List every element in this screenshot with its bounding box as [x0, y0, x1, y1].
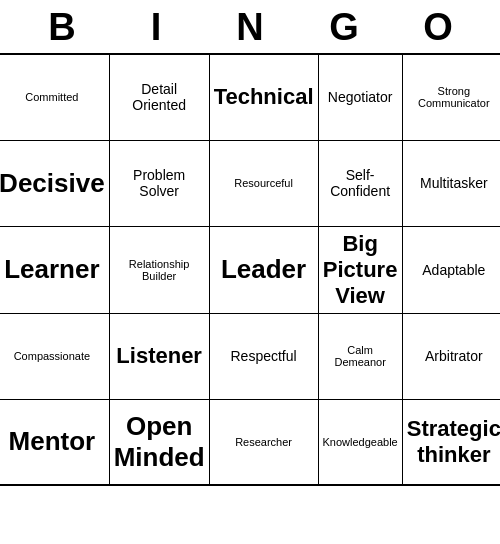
bingo-letter: O	[395, 6, 481, 49]
bingo-cell: Problem Solver	[109, 140, 209, 226]
bingo-cell: Big Picture View	[318, 226, 402, 313]
bingo-cell: Learner	[0, 226, 109, 313]
bingo-letter: N	[207, 6, 293, 49]
bingo-cell: Technical	[209, 54, 318, 140]
bingo-cell: Resourceful	[209, 140, 318, 226]
bingo-letter: G	[301, 6, 387, 49]
bingo-cell: Listener	[109, 313, 209, 399]
bingo-cell: Arbitrator	[402, 313, 500, 399]
bingo-cell: Self-Confident	[318, 140, 402, 226]
table-row: LearnerRelationship BuilderLeaderBig Pic…	[0, 226, 500, 313]
bingo-cell: Multitasker	[402, 140, 500, 226]
bingo-cell: Detail Oriented	[109, 54, 209, 140]
bingo-cell: Leader	[209, 226, 318, 313]
bingo-cell: Committed	[0, 54, 109, 140]
bingo-cell: Mentor	[0, 399, 109, 485]
bingo-cell: Strong Communicator	[402, 54, 500, 140]
bingo-cell: Negotiator	[318, 54, 402, 140]
bingo-cell: Calm Demeanor	[318, 313, 402, 399]
bingo-cell: Adaptable	[402, 226, 500, 313]
bingo-cell: Respectful	[209, 313, 318, 399]
bingo-letter: B	[19, 6, 105, 49]
bingo-cell: Open Minded	[109, 399, 209, 485]
bingo-cell: Decisive	[0, 140, 109, 226]
bingo-cell: Compassionate	[0, 313, 109, 399]
table-row: MentorOpen MindedResearcherKnowledgeable…	[0, 399, 500, 485]
bingo-header: BINGO	[15, 0, 485, 53]
table-row: DecisiveProblem SolverResourcefulSelf-Co…	[0, 140, 500, 226]
bingo-cell: Researcher	[209, 399, 318, 485]
bingo-cell: Relationship Builder	[109, 226, 209, 313]
table-row: CommittedDetail OrientedTechnicalNegotia…	[0, 54, 500, 140]
table-row: CompassionateListenerRespectfulCalm Deme…	[0, 313, 500, 399]
bingo-cell: Knowledgeable	[318, 399, 402, 485]
bingo-letter: I	[113, 6, 199, 49]
bingo-grid: CommittedDetail OrientedTechnicalNegotia…	[0, 53, 500, 486]
bingo-cell: Strategic thinker	[402, 399, 500, 485]
